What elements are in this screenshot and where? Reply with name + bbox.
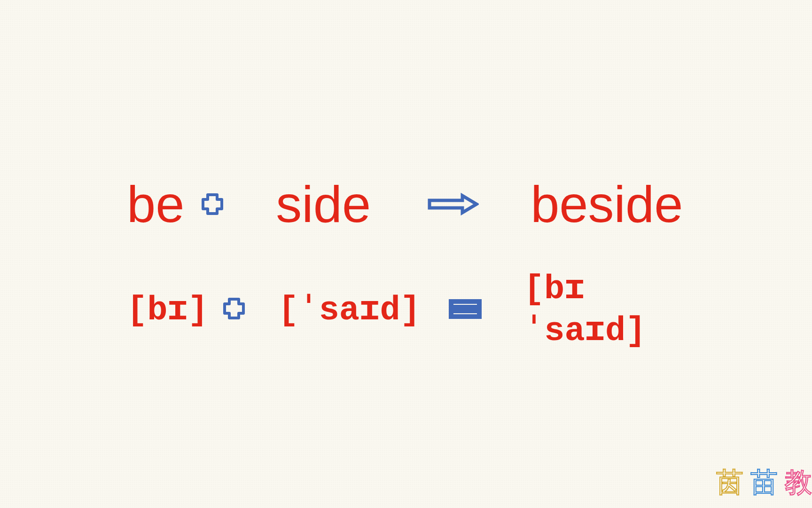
word-part-1: be: [127, 174, 184, 234]
plus-icon: [222, 297, 246, 320]
word-result: beside: [531, 174, 683, 234]
svg-rect-0: [451, 302, 479, 307]
equals-icon: [449, 297, 482, 320]
phonetic-result: [bɪˈsaɪd]: [524, 267, 691, 350]
plus-icon: [201, 192, 224, 216]
watermark-char-2: 苗: [750, 464, 778, 501]
phonetic-part-1: [bɪ]: [127, 288, 208, 330]
arrow-icon: [427, 192, 479, 216]
phonetic-part-2: [ˈsaɪd]: [278, 288, 421, 330]
slide-content: be side beside [bɪ] [ˈsaɪd]: [127, 174, 691, 350]
watermark-char-1: 茵: [716, 464, 743, 501]
word-part-2: side: [276, 174, 371, 234]
svg-rect-1: [451, 311, 479, 317]
watermark: 茵 苗 教: [716, 464, 812, 501]
watermark-char-3: 教: [785, 464, 812, 501]
word-row: be side beside: [127, 174, 691, 234]
phonetic-row: [bɪ] [ˈsaɪd] [bɪˈsaɪd]: [127, 267, 691, 350]
